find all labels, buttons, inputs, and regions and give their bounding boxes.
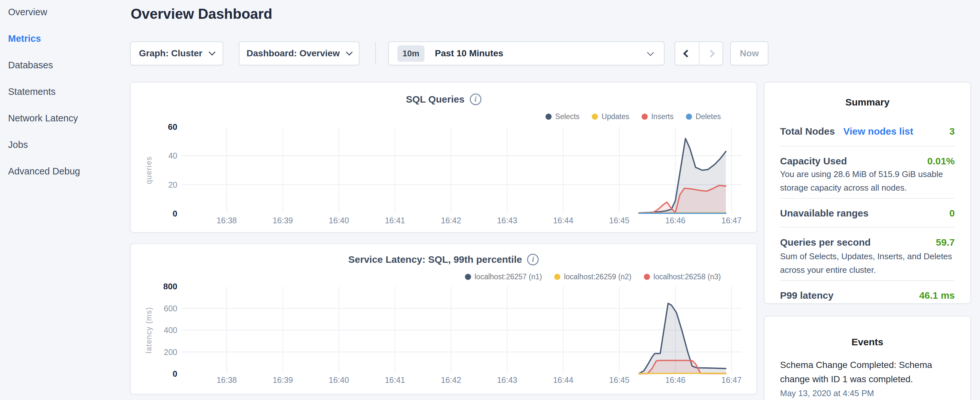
- x-axis-tick: 16:44: [541, 216, 586, 225]
- legend-dot-icon: [644, 274, 650, 280]
- x-axis-tick: 16:42: [428, 216, 474, 225]
- summary-panel: Summary Total Nodes View nodes list 3 Ca…: [764, 82, 971, 304]
- view-nodes-list-link[interactable]: View nodes list: [843, 126, 913, 137]
- summary-label: Unavailable ranges: [780, 208, 869, 219]
- x-axis-tick: 16:38: [204, 375, 250, 385]
- x-axis-tick: 16:42: [428, 375, 474, 385]
- graph-dropdown-label: Graph: Cluster: [139, 48, 202, 59]
- y-axis-tick: 0: [144, 369, 177, 379]
- x-axis-tick: 16:41: [372, 216, 418, 225]
- chart-legend: localhost:26257 (n1)localhost:26259 (n2)…: [465, 273, 721, 281]
- info-icon[interactable]: i: [470, 94, 481, 105]
- x-axis-tick: 16:47: [709, 375, 754, 385]
- sidebar-item-jobs[interactable]: Jobs: [8, 140, 130, 150]
- chart-title: SQL Queries: [406, 94, 464, 105]
- legend-item: Selects: [546, 112, 579, 121]
- x-axis-tick: 16:46: [652, 216, 698, 225]
- x-axis-tick: 16:40: [316, 216, 361, 225]
- y-axis-tick: 60: [144, 122, 177, 132]
- x-axis-tick: 16:39: [260, 375, 305, 385]
- y-axis-tick: 800: [144, 282, 177, 291]
- chart-plot: [182, 287, 741, 374]
- info-icon[interactable]: i: [527, 254, 539, 265]
- x-axis-tick: 16:43: [484, 216, 530, 225]
- summary-subtext: You are using 28.6 MiB of 515.9 GiB usab…: [780, 167, 956, 194]
- events-panel: Events Schema Change Completed: Schema c…: [764, 316, 971, 400]
- sidebar-item-metrics[interactable]: Metrics: [8, 33, 130, 43]
- legend-dot-icon: [554, 274, 560, 280]
- sidebar-item-network-latency[interactable]: Network Latency: [8, 113, 130, 123]
- legend-label: localhost:26257 (n1): [475, 273, 542, 281]
- summary-row-p99: P99 latency 46.1 ms: [780, 290, 955, 301]
- chevron-right-icon: [707, 49, 715, 57]
- summary-subtext: Sum of Selects, Updates, Inserts, and De…: [780, 250, 956, 277]
- chevron-left-icon: [683, 49, 691, 57]
- sql-queries-chart-card: SQL Queries i SelectsUpdatesInsertsDelet…: [130, 82, 757, 233]
- controls-row: Graph: Cluster Dashboard: Overview 10m P…: [130, 41, 768, 65]
- summary-row-qps: Queries per second 59.7: [780, 237, 955, 248]
- legend-item: localhost:26257 (n1): [465, 273, 542, 281]
- chevron-down-icon: [346, 49, 353, 55]
- legend-label: Selects: [555, 112, 579, 121]
- x-axis-tick: 16:41: [372, 375, 418, 385]
- summary-title: Summary: [765, 97, 970, 108]
- summary-row-unavailable-ranges: Unavailable ranges 0: [780, 208, 955, 219]
- chevron-down-icon: [647, 49, 654, 56]
- divider: [780, 280, 955, 281]
- x-axis-tick: 16:38: [204, 216, 250, 225]
- summary-row-capacity: Capacity Used 0.01%: [780, 156, 955, 167]
- divider: [780, 198, 955, 199]
- legend-item: Updates: [592, 112, 629, 121]
- legend-label: localhost:26258 (n3): [654, 273, 721, 281]
- legend-dot-icon: [641, 113, 648, 120]
- legend-label: Deletes: [695, 112, 721, 121]
- time-window-select[interactable]: 10m Past 10 Minutes: [388, 41, 665, 65]
- sidebar-item-advanced-debug[interactable]: Advanced Debug: [8, 166, 130, 176]
- dashboard-dropdown-label: Dashboard: Overview: [247, 48, 340, 59]
- legend-item: Deletes: [686, 112, 721, 121]
- chart-title-row: SQL Queries i: [131, 94, 756, 105]
- x-axis-tick: 16:44: [541, 375, 586, 385]
- service-latency-chart-card: Service Latency: SQL, 99th percentile i …: [130, 243, 757, 395]
- x-axis-tick: 16:40: [316, 375, 361, 385]
- chart-legend: SelectsUpdatesInsertsDeletes: [546, 112, 721, 121]
- sidebar-item-databases[interactable]: Databases: [8, 60, 130, 70]
- summary-label: P99 latency: [780, 290, 834, 301]
- chevron-down-icon: [208, 49, 215, 55]
- summary-label: Queries per second: [780, 237, 871, 248]
- summary-value: 59.7: [936, 237, 955, 248]
- x-axis-tick: 16:45: [597, 375, 642, 385]
- admin-ui-root: Overview Metrics Databases Statements Ne…: [0, 0, 980, 400]
- x-axis-tick: 16:45: [597, 216, 642, 225]
- legend-label: localhost:26259 (n2): [564, 273, 631, 281]
- y-axis-tick: 0: [144, 209, 177, 218]
- chart-title: Service Latency: SQL, 99th percentile: [348, 254, 522, 265]
- dashboard-dropdown[interactable]: Dashboard: Overview: [239, 41, 360, 65]
- prev-time-button[interactable]: [675, 42, 699, 65]
- legend-dot-icon: [546, 113, 552, 120]
- legend-item: Inserts: [641, 112, 674, 121]
- time-window-badge: 10m: [397, 45, 425, 62]
- x-axis-tick: 16:39: [260, 216, 305, 225]
- legend-item: localhost:26258 (n3): [644, 273, 721, 281]
- summary-value: 0.01%: [927, 156, 955, 167]
- event-message: Schema Change Completed: Schema change w…: [780, 358, 956, 386]
- legend-dot-icon: [592, 113, 598, 120]
- next-time-button[interactable]: [699, 42, 722, 65]
- sidebar-item-statements[interactable]: Statements: [8, 87, 130, 96]
- sidebar-item-overview[interactable]: Overview: [8, 7, 130, 17]
- y-axis-unit-label: queries: [145, 156, 153, 184]
- x-axis-tick: 16:43: [484, 375, 530, 385]
- time-step-buttons: [675, 41, 723, 65]
- summary-value: 46.1 ms: [919, 290, 955, 301]
- sidebar-nav: Overview Metrics Databases Statements Ne…: [0, 0, 130, 400]
- legend-dot-icon: [686, 113, 692, 120]
- graph-dropdown[interactable]: Graph: Cluster: [130, 41, 223, 65]
- page-title: Overview Dashboard: [131, 6, 272, 22]
- now-button[interactable]: Now: [730, 41, 768, 65]
- x-axis-tick: 16:47: [709, 216, 754, 225]
- controls-divider: [375, 42, 376, 65]
- events-title: Events: [765, 336, 970, 347]
- legend-dot-icon: [465, 274, 471, 280]
- divider: [780, 227, 955, 228]
